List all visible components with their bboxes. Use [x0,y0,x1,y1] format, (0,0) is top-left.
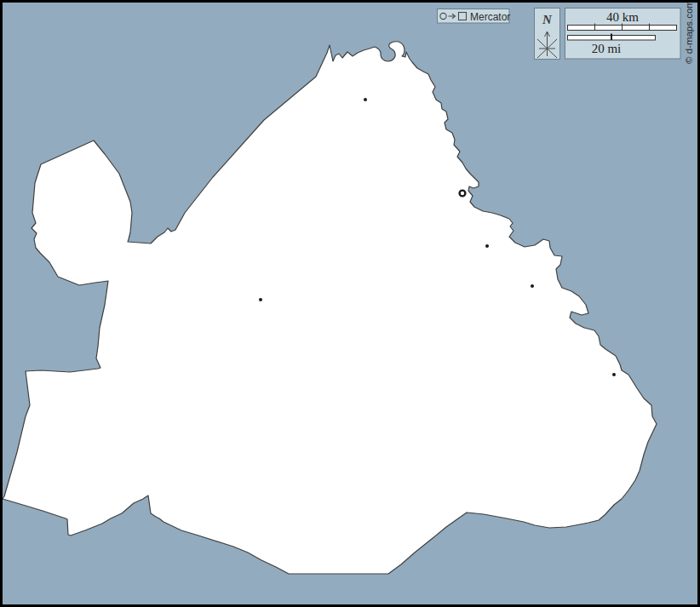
scale-mi-label: 20 mi [592,42,622,55]
capital-city-marker [460,191,466,197]
map-page: Mercator N 40 km 20 mi © d-maps.com [0,0,700,607]
city-marker [612,373,616,376]
projection-legend: Mercator [438,9,511,24]
city-marker [531,284,534,288]
city-marker [485,244,489,248]
credit-text: © d-maps.com [684,0,694,64]
scale-panel: 40 km 20 mi [565,9,681,60]
map-canvas: Mercator N 40 km 20 mi © d-maps.com [0,0,700,607]
scale-km-label: 40 km [606,10,639,24]
north-label: N [542,13,553,26]
projection-label: Mercator [470,11,510,23]
compass-panel: N [535,9,560,60]
city-marker [364,98,367,101]
city-marker [259,298,262,301]
